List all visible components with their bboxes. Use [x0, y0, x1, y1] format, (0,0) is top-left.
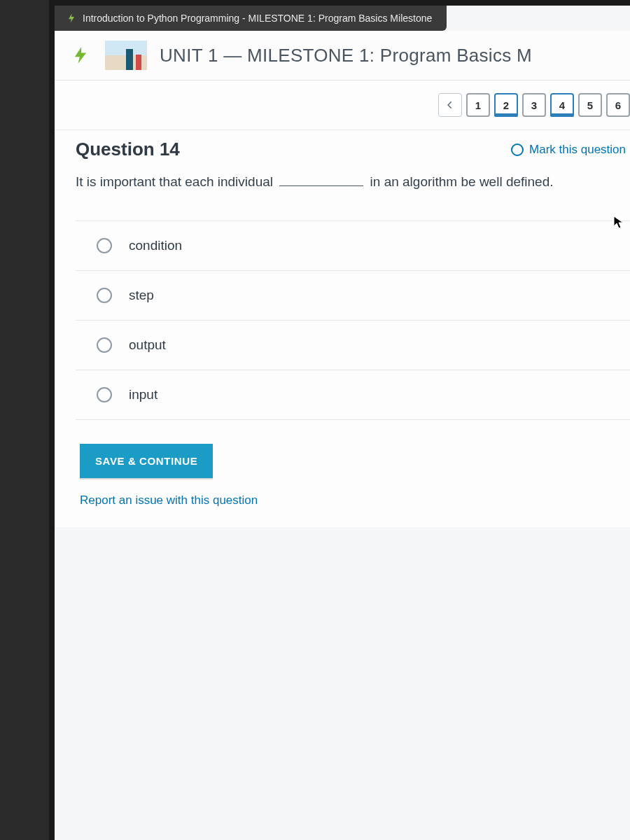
option-label: output — [129, 337, 166, 353]
radio-icon — [97, 288, 112, 303]
unit-title: UNIT 1 — MILESTONE 1: Program Basics M — [160, 45, 532, 66]
circle-icon — [511, 144, 524, 156]
nav-question-5[interactable]: 5 — [578, 93, 602, 117]
stem-after: in an algorithm be well defined. — [370, 174, 554, 189]
nav-question-2[interactable]: 2 — [494, 93, 518, 117]
browser-tab[interactable]: Introduction to Python Programming - MIL… — [55, 6, 447, 31]
nav-question-1[interactable]: 1 — [466, 93, 490, 117]
nav-question-4[interactable]: 4 — [550, 93, 574, 117]
radio-icon — [97, 337, 112, 353]
browser-tab-title: Introduction to Python Programming - MIL… — [83, 13, 432, 24]
question-stem: It is important that each individual in … — [76, 172, 630, 220]
nav-question-3[interactable]: 3 — [522, 93, 546, 117]
option-label: input — [129, 387, 158, 402]
fill-in-blank — [279, 186, 363, 186]
unit-thumbnail-icon — [105, 41, 147, 70]
option-step[interactable]: step — [76, 271, 630, 321]
answer-options: condition step output input — [76, 220, 630, 420]
chevron-left-icon — [445, 100, 455, 110]
option-input[interactable]: input — [76, 370, 630, 420]
option-output[interactable]: output — [76, 321, 630, 370]
sophia-logo-icon — [69, 43, 92, 67]
stem-before: It is important that each individual — [76, 174, 273, 189]
option-label: step — [129, 288, 154, 303]
mark-question-toggle[interactable]: Mark this question — [511, 143, 626, 157]
option-label: condition — [129, 238, 182, 253]
nav-prev-button[interactable] — [438, 93, 462, 117]
question-title: Question 14 — [76, 139, 180, 160]
sophia-favicon-icon — [66, 13, 77, 24]
option-condition[interactable]: condition — [76, 221, 630, 271]
radio-icon — [97, 387, 112, 402]
radio-icon — [97, 238, 112, 253]
nav-question-6[interactable]: 6 — [606, 93, 630, 117]
report-issue-link[interactable]: Report an issue with this question — [80, 493, 630, 507]
save-continue-button[interactable]: SAVE & CONTINUE — [80, 444, 213, 478]
question-nav: 1 2 3 4 5 6 — [55, 80, 630, 130]
question-content: Question 14 Mark this question It is imp… — [55, 130, 630, 527]
mark-question-label: Mark this question — [529, 143, 626, 157]
unit-header: UNIT 1 — MILESTONE 1: Program Basics M — [55, 31, 630, 80]
